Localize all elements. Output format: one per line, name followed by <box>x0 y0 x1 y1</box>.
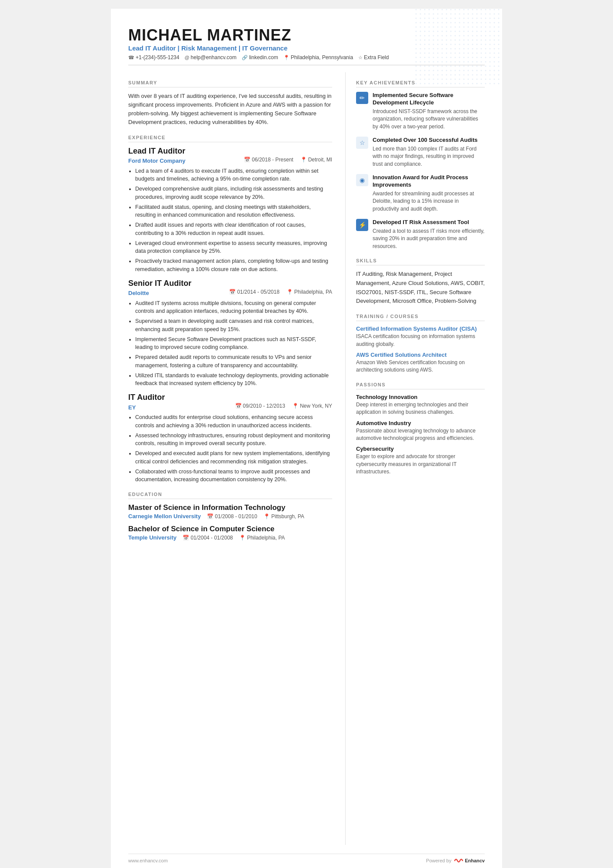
edu-1-dates: 📅 01/2008 - 01/2010 <box>207 513 257 519</box>
pin-icon: 📍 <box>263 513 270 519</box>
job-3-meta-row: EY 📅 09/2010 - 12/2013 📍 New York, NY <box>128 403 332 412</box>
training-1-title: Certified Information Systems Auditor (C… <box>356 325 485 332</box>
job-1-company: Ford Motor Company <box>128 158 185 164</box>
achievement-3-icon: ◉ <box>356 174 368 186</box>
achievement-2: ☆ Completed Over 100 Successful Audits L… <box>356 137 485 168</box>
training-2-desc: Amazon Web Services certification focusi… <box>356 359 485 374</box>
skills-section-title: SKILLS <box>356 258 485 265</box>
edu-2: Bachelor of Science in Computer Science … <box>128 525 332 541</box>
achievement-3-content: Innovation Award for Audit Process Impro… <box>373 174 485 213</box>
edu-1-location: 📍 Pittsburgh, PA <box>263 513 304 519</box>
achievement-2-desc: Led more than 100 complex IT audits at F… <box>373 145 485 168</box>
job-3-location: 📍 New York, NY <box>292 403 332 409</box>
job-2: Senior IT Auditor Deloitte 📅 01/2014 - 0… <box>128 279 332 388</box>
list-item: Audited IT systems across multiple divis… <box>135 299 332 316</box>
edu-2-degree: Bachelor of Science in Computer Science <box>128 525 332 533</box>
footer-website: www.enhancv.com <box>128 858 168 863</box>
job-1-dates: 📅 06/2018 - Present <box>244 157 293 163</box>
enhancv-symbol <box>454 858 463 864</box>
calendar-icon: 📅 <box>235 403 242 409</box>
edu-1-degree: Master of Science in Information Technol… <box>128 503 332 512</box>
achievement-4: ⚡ Developed IT Risk Assessment Tool Crea… <box>356 219 485 250</box>
location-icon: 📍 <box>283 55 290 60</box>
pencil-icon: ✏ <box>360 94 365 101</box>
extra-contact: ☆ Extra Field <box>358 54 389 60</box>
list-item: Developed comprehensive audit plans, inc… <box>135 185 332 201</box>
passion-3-title: Cybersecurity <box>356 446 485 452</box>
job-2-meta: 📅 01/2014 - 05/2018 📍 Philadelphia, PA <box>229 289 332 295</box>
achievement-2-title: Completed Over 100 Successful Audits <box>373 137 485 144</box>
pin-icon: 📍 <box>292 403 299 409</box>
email-icon: @ <box>184 55 189 60</box>
calendar-icon: 📅 <box>244 157 250 163</box>
location-contact: 📍 Philadelphia, Pennsylvania <box>283 54 353 60</box>
job-1-title: Lead IT Auditor <box>128 147 332 156</box>
achievement-1-title: Implemented Secure Software Development … <box>373 92 485 107</box>
candidate-name: MICHAEL MARTINEZ <box>128 26 485 44</box>
training-1-desc: ISACA certification focusing on informat… <box>356 333 485 348</box>
lightning-icon: ⚡ <box>359 221 366 228</box>
email-contact: @ help@enhancv.com <box>184 54 237 60</box>
achievement-4-title: Developed IT Risk Assessment Tool <box>373 219 485 226</box>
calendar-icon: 📅 <box>229 289 236 295</box>
achievement-2-icon: ☆ <box>356 137 368 149</box>
summary-text: With over 8 years of IT auditing experie… <box>128 92 332 127</box>
star-icon: ☆ <box>358 55 363 60</box>
job-2-meta-row: Deloitte 📅 01/2014 - 05/2018 📍 Philadelp… <box>128 289 332 298</box>
achievement-1-desc: Introduced NIST-SSDF framework across th… <box>373 108 485 131</box>
achievement-1-content: Implemented Secure Software Development … <box>373 92 485 131</box>
list-item: Leveraged cloud environment expertise to… <box>135 239 332 256</box>
job-3-bullets: Conducted audits for enterprise cloud so… <box>135 413 332 484</box>
star-icon: ☆ <box>360 139 365 146</box>
training-section-title: TRAINING / COURSES <box>356 314 485 321</box>
left-column: SUMMARY With over 8 years of IT auditing… <box>128 72 346 845</box>
list-item: Supervised a team in developing audit ca… <box>135 317 332 334</box>
achievement-1-icon: ✏ <box>356 92 368 104</box>
passion-3-desc: Eager to explore and advocate for strong… <box>356 453 485 476</box>
edu-2-school: Temple University <box>128 534 177 541</box>
job-1: Lead IT Auditor Ford Motor Company 📅 06/… <box>128 147 332 274</box>
award-icon: ◉ <box>360 177 365 184</box>
job-3-company: EY <box>128 404 136 411</box>
achievement-4-desc: Created a tool to assess IT risks more e… <box>373 228 485 250</box>
phone-icon: ☎ <box>128 55 134 60</box>
job-2-dates: 📅 01/2014 - 05/2018 <box>229 289 279 295</box>
achievement-4-icon: ⚡ <box>356 219 368 231</box>
list-item: Conducted audits for enterprise cloud so… <box>135 413 332 430</box>
resume-header: MICHAEL MARTINEZ Lead IT Auditor | Risk … <box>128 26 485 65</box>
job-2-title: Senior IT Auditor <box>128 279 332 288</box>
passion-1-title: Technology Innovation <box>356 394 485 400</box>
pin-icon: 📍 <box>300 157 307 163</box>
footer-brand: Powered by Enhancv <box>426 858 485 864</box>
linkedin-contact: 🔗 linkedin.com <box>242 54 278 60</box>
achievement-1: ✏ Implemented Secure Software Developmen… <box>356 92 485 131</box>
job-3: IT Auditor EY 📅 09/2010 - 12/2013 📍 New … <box>128 393 332 484</box>
job-2-bullets: Audited IT systems across multiple divis… <box>135 299 332 388</box>
list-item: Developed and executed audit plans for n… <box>135 449 332 466</box>
skills-text: IT Auditing, Risk Management, Project Ma… <box>356 270 485 306</box>
job-3-meta: 📅 09/2010 - 12/2013 📍 New York, NY <box>235 403 332 409</box>
calendar-icon: 📅 <box>183 535 189 541</box>
achievement-4-content: Developed IT Risk Assessment Tool Create… <box>373 219 485 250</box>
edu-1-school: Carnegie Mellon University <box>128 513 201 519</box>
education-section-title: EDUCATION <box>128 492 332 499</box>
list-item: Utilized ITIL standards to evaluate tech… <box>135 372 332 388</box>
passion-2-title: Automotive Industry <box>356 420 485 426</box>
job-1-meta: 📅 06/2018 - Present 📍 Detroit, MI <box>244 157 332 163</box>
candidate-subtitle: Lead IT Auditor | Risk Management | IT G… <box>128 44 485 52</box>
achievements-section-title: KEY ACHIEVEMENTS <box>356 80 485 87</box>
phone-contact: ☎ +1-(234)-555-1234 <box>128 54 179 60</box>
edu-2-location: 📍 Philadelphia, PA <box>239 535 285 541</box>
pin-icon: 📍 <box>287 289 293 295</box>
achievement-3-desc: Awarded for streamlining audit processes… <box>373 190 485 213</box>
passion-2-desc: Passionate about leveraging technology t… <box>356 427 485 442</box>
resume-footer: www.enhancv.com Powered by Enhancv <box>128 854 485 864</box>
job-2-location: 📍 Philadelphia, PA <box>287 289 332 295</box>
job-1-meta-row: Ford Motor Company 📅 06/2018 - Present 📍… <box>128 157 332 165</box>
enhancv-logo: Enhancv <box>454 858 485 864</box>
calendar-icon: 📅 <box>207 513 213 519</box>
edu-2-meta: Temple University 📅 01/2004 - 01/2008 📍 … <box>128 534 332 541</box>
list-item: Led a team of 4 auditors to execute IT a… <box>135 167 332 184</box>
list-item: Collaborated with cross-functional teams… <box>135 468 332 484</box>
edu-1-meta: Carnegie Mellon University 📅 01/2008 - 0… <box>128 513 332 519</box>
